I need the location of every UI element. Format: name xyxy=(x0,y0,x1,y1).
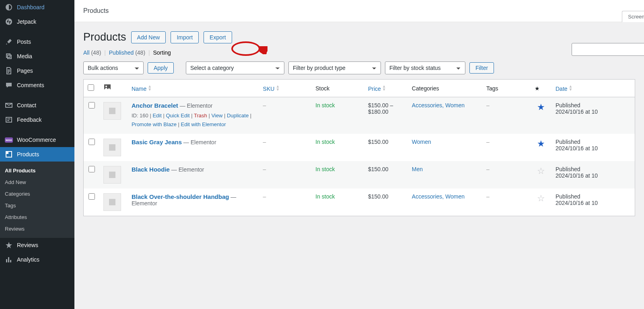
export-button[interactable]: Export xyxy=(204,31,232,43)
product-thumbnail[interactable] xyxy=(103,193,121,211)
import-button[interactable]: Import xyxy=(171,31,199,43)
column-stock: Stock xyxy=(311,80,364,97)
products-submenu: All Products Add New Categories Tags Att… xyxy=(0,162,74,216)
apply-button[interactable]: Apply xyxy=(148,62,174,74)
select-all-checkbox[interactable] xyxy=(88,84,94,91)
category-link[interactable]: Accessories, Women xyxy=(412,193,465,200)
sku-value: – xyxy=(263,193,266,200)
category-link[interactable]: Men xyxy=(412,166,423,172)
sidebar-item-pages[interactable]: Pages xyxy=(0,63,74,78)
product-thumbnail[interactable] xyxy=(103,166,121,184)
date-cell: Published2024/10/16 at 10 xyxy=(551,161,635,188)
featured-toggle[interactable]: ☆ xyxy=(537,166,545,176)
row-checkbox[interactable] xyxy=(88,139,95,145)
product-thumbnail[interactable] xyxy=(103,102,121,120)
sidebar-item-dashboard[interactable]: Dashboard xyxy=(0,0,74,14)
builder-suffix: — Elementor xyxy=(182,139,216,145)
stock-status-filter-select[interactable]: Filter by stock status xyxy=(385,61,465,74)
row-checkbox[interactable] xyxy=(88,166,95,172)
screen-options-toggle[interactable]: Screen Opt xyxy=(622,11,644,22)
sidebar-divider xyxy=(0,127,74,133)
admin-sidebar: Dashboard Jetpack Posts Media Pages Comm… xyxy=(0,0,74,216)
products-icon xyxy=(5,150,13,158)
svg-rect-6 xyxy=(109,108,115,114)
column-price[interactable]: Price▲▼ xyxy=(364,80,408,97)
sidebar-item-contact[interactable]: Contact xyxy=(0,98,74,113)
product-title-link[interactable]: Black Over-the-shoulder Handbag xyxy=(132,193,229,200)
filter-published[interactable]: Published xyxy=(109,49,134,56)
sidebar-label: WooCommerce xyxy=(17,137,56,143)
add-new-button[interactable]: Add New xyxy=(131,31,166,43)
edit-elementor-link[interactable]: Edit with Elementor xyxy=(181,121,226,127)
edit-link[interactable]: Edit xyxy=(152,113,161,119)
filters-row: Bulk actions Apply Select a category Fil… xyxy=(83,61,635,74)
price-value: $150.00 xyxy=(364,188,408,216)
comment-icon xyxy=(5,81,13,89)
view-link[interactable]: View xyxy=(211,113,222,119)
sidebar-item-comments[interactable]: Comments xyxy=(0,78,74,92)
sidebar-divider xyxy=(0,29,74,35)
promote-blaze-link[interactable]: Promote with Blaze xyxy=(132,121,177,127)
page-icon xyxy=(5,67,13,75)
page-heading: Products Add New Import Export xyxy=(83,31,635,43)
category-link[interactable]: Accessories, Women xyxy=(412,102,465,108)
jetpack-icon xyxy=(5,18,13,26)
row-checkbox[interactable] xyxy=(88,102,95,108)
breadcrumb-title: Products xyxy=(83,7,109,14)
column-featured[interactable]: ★ xyxy=(531,80,551,97)
product-title-link[interactable]: Black Hoodie xyxy=(132,166,170,173)
submenu-add-new[interactable]: Add New xyxy=(0,176,74,188)
price-value: $150.00 xyxy=(364,134,408,161)
featured-toggle[interactable]: ★ xyxy=(537,139,545,149)
table-row: Black Over-the-shoulder Handbag — Elemen… xyxy=(84,188,635,216)
submenu-tags[interactable]: Tags xyxy=(0,200,74,211)
trash-link[interactable]: Trash xyxy=(194,113,207,119)
builder-suffix: — Elementor xyxy=(178,102,213,109)
sidebar-item-posts[interactable]: Posts xyxy=(0,35,74,49)
stock-status: In stock xyxy=(315,139,335,145)
filter-sorting[interactable]: Sorting xyxy=(153,49,171,56)
filter-button[interactable]: Filter xyxy=(469,62,494,74)
sidebar-label: Pages xyxy=(17,68,33,74)
category-filter-select[interactable]: Select a category xyxy=(186,61,284,74)
tags-value: – xyxy=(486,166,490,172)
sidebar-divider xyxy=(0,92,74,98)
featured-toggle[interactable]: ☆ xyxy=(537,193,545,203)
sidebar-label: Dashboard xyxy=(17,4,45,10)
row-checkbox[interactable] xyxy=(88,193,95,200)
svg-point-0 xyxy=(6,18,12,25)
quick-edit-link[interactable]: Quick Edit xyxy=(166,113,189,119)
search-products-input[interactable] xyxy=(572,43,644,56)
column-name[interactable]: Name▲▼ xyxy=(128,80,259,97)
bulk-actions-select[interactable]: Bulk actions xyxy=(83,61,144,74)
product-thumbnail[interactable] xyxy=(103,139,121,156)
sidebar-item-products[interactable]: Products xyxy=(0,147,74,162)
sidebar-item-feedback[interactable]: Feedback xyxy=(0,113,74,127)
featured-toggle[interactable]: ★ xyxy=(537,102,545,112)
column-sku[interactable]: SKU▲▼ xyxy=(259,80,312,97)
sidebar-label: Comments xyxy=(17,82,44,88)
product-title-link[interactable]: Anchor Bracelet xyxy=(132,102,178,109)
svg-rect-1 xyxy=(6,117,12,122)
sidebar-item-woocommerce[interactable]: woo WooCommerce xyxy=(0,133,74,147)
sidebar-label: Media xyxy=(17,53,32,59)
submenu-categories[interactable]: Categories xyxy=(0,188,74,200)
sidebar-label: Feedback xyxy=(17,117,41,123)
column-categories: Categories xyxy=(408,80,482,97)
product-title-link[interactable]: Basic Gray Jeans xyxy=(132,139,182,145)
column-thumbnail[interactable] xyxy=(99,80,128,97)
table-header-row: Name▲▼ SKU▲▼ Stock Price▲▼ Categories Ta… xyxy=(84,80,635,97)
submenu-attributes[interactable]: Attributes xyxy=(0,211,74,216)
tags-value: – xyxy=(486,102,490,108)
date-cell: Published2024/10/16 at 10 xyxy=(551,134,635,161)
sidebar-label: Jetpack xyxy=(17,18,36,25)
column-date[interactable]: Date▲▼ xyxy=(551,80,635,97)
filter-all[interactable]: All xyxy=(83,49,90,56)
sidebar-item-jetpack[interactable]: Jetpack xyxy=(0,14,74,29)
sidebar-item-media[interactable]: Media xyxy=(0,49,74,63)
category-link[interactable]: Women xyxy=(412,139,431,145)
product-type-filter-select[interactable]: Filter by product type xyxy=(288,61,381,74)
svg-rect-3 xyxy=(6,151,8,154)
submenu-all-products[interactable]: All Products xyxy=(0,165,74,176)
duplicate-link[interactable]: Duplicate xyxy=(227,113,249,119)
